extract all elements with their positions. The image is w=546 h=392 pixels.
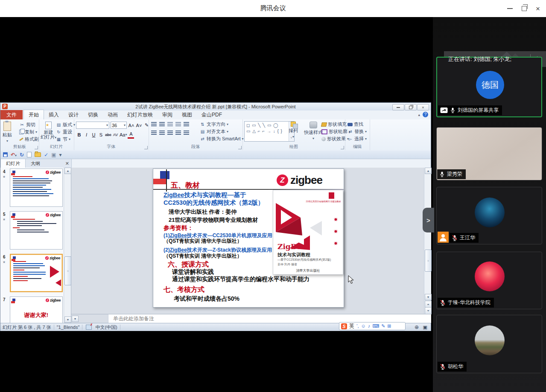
- ppt-restore-button[interactable]: [405, 104, 417, 110]
- thumbnail-slide-7[interactable]: 7 Zzigbee 谢谢大家!: [0, 296, 64, 323]
- video-tile-liangxiurong[interactable]: 梁秀荣: [436, 127, 542, 180]
- panel-scrollbar[interactable]: ▲ = ▼: [64, 168, 71, 323]
- next-slide-button[interactable]: ⏷: [425, 307, 432, 314]
- scroll-thumb[interactable]: =: [425, 250, 432, 272]
- panel-scroll-thumb[interactable]: =: [64, 256, 71, 285]
- layout-button[interactable]: ▤版式▾: [55, 121, 76, 128]
- decrease-indent-icon[interactable]: [167, 122, 173, 126]
- skin-icon[interactable]: ⊞: [387, 324, 391, 328]
- italic-button[interactable]: I: [83, 131, 90, 138]
- video-tile-husonghua[interactable]: 胡松华: [436, 315, 542, 373]
- bold-button[interactable]: B: [76, 131, 82, 138]
- restore-button[interactable]: [518, 3, 531, 14]
- tab-home[interactable]: 开始: [23, 110, 44, 119]
- panel-scroll-down[interactable]: ▼: [64, 317, 71, 323]
- numbering-icon[interactable]: [159, 122, 165, 126]
- increase-indent-icon[interactable]: [175, 122, 181, 126]
- align-right-icon[interactable]: [167, 131, 173, 135]
- panel-scroll-up[interactable]: ▲: [64, 168, 71, 174]
- character-spacing-button[interactable]: AV: [112, 131, 119, 138]
- tab-review[interactable]: 审阅: [158, 110, 177, 119]
- paragraph-dialog-launcher[interactable]: [238, 146, 242, 149]
- video-tile-wangjianghua[interactable]: 王江华: [436, 187, 542, 244]
- reset-button[interactable]: ↻重设: [55, 128, 76, 136]
- section-button[interactable]: ▦节▾: [55, 136, 76, 143]
- slide-canvas[interactable]: 五、教材 Z zigbee ZigBee技术与实训教程—基于 CC2530的无线…: [153, 168, 344, 308]
- bullets-icon[interactable]: [151, 122, 157, 126]
- change-case-button[interactable]: Aa▾: [120, 131, 127, 138]
- arrange-button[interactable]: 排列▾: [288, 121, 299, 139]
- zoom-in-button[interactable]: ⊕: [415, 324, 419, 330]
- slide-editing-area[interactable]: 五、教材 Z zigbee ZigBee技术与实训教程—基于 CC2530的无线…: [71, 168, 424, 314]
- collapse-ribbon-icon[interactable]: ▴: [418, 113, 420, 117]
- open-icon[interactable]: [35, 152, 41, 157]
- handwriting-icon[interactable]: ✎: [381, 324, 385, 328]
- grow-font-button[interactable]: A˄: [128, 122, 134, 129]
- tab-outline[interactable]: 大纲: [26, 159, 45, 168]
- sogou-logo-icon[interactable]: S: [341, 323, 347, 329]
- strikethrough-button[interactable]: abc: [105, 131, 111, 138]
- sidebar-collapse-handle[interactable]: >: [423, 208, 434, 232]
- align-center-icon[interactable]: [159, 131, 165, 135]
- find-button[interactable]: 查找: [347, 121, 368, 128]
- emoji-icon[interactable]: ☺: [361, 324, 366, 328]
- scroll-up-button[interactable]: ▲: [425, 168, 432, 174]
- soft-keyboard-icon[interactable]: ⌨: [372, 324, 379, 328]
- tab-file[interactable]: 文件: [0, 110, 23, 119]
- tab-wps-pdf[interactable]: 金山PDF: [197, 110, 227, 119]
- cut-button[interactable]: ✂剪切: [18, 121, 40, 128]
- punctuation-icon[interactable]: ’,: [356, 324, 359, 328]
- clipboard-dialog-launcher[interactable]: [35, 146, 38, 149]
- text-direction-button[interactable]: ⇅文字方向▾: [199, 121, 244, 128]
- font-size-combo[interactable]: 36▾: [111, 122, 127, 129]
- ppt-minimize-button[interactable]: [392, 104, 404, 110]
- scroll-down-button[interactable]: ▼: [425, 294, 432, 300]
- fit-to-window-button[interactable]: ▣: [423, 325, 427, 330]
- tab-design[interactable]: 设计: [64, 110, 83, 119]
- tab-insert[interactable]: 插入: [44, 110, 64, 119]
- slideshow-from-start-icon[interactable]: ▣: [51, 152, 56, 157]
- undo-icon[interactable]: ↶▾: [11, 152, 17, 157]
- tab-transitions[interactable]: 切换: [83, 110, 103, 119]
- notes-pane[interactable]: 单击此处添加备注: [108, 314, 431, 323]
- new-slide-button[interactable]: ★ 新建幻灯片▾: [40, 121, 57, 141]
- line-spacing-icon[interactable]: [184, 122, 189, 126]
- underline-button[interactable]: U: [91, 131, 97, 138]
- font-name-combo[interactable]: ▾: [76, 122, 109, 129]
- redo-icon[interactable]: ↻: [20, 152, 24, 157]
- justify-icon[interactable]: [175, 131, 181, 135]
- sogou-ime-bar[interactable]: S 英 ’, ☺ ♪ ⌨ ✎ ⊞: [339, 322, 406, 330]
- font-color-button[interactable]: A: [128, 131, 134, 139]
- save-icon[interactable]: [3, 152, 8, 157]
- align-text-button[interactable]: ▤对齐文本▾: [199, 128, 244, 135]
- tab-animations[interactable]: 动画: [103, 110, 123, 119]
- drawing-dialog-launcher[interactable]: [341, 146, 344, 149]
- tab-slides-thumbnails[interactable]: 幻灯片: [0, 159, 26, 168]
- tab-view[interactable]: 视图: [177, 110, 197, 119]
- shrink-font-button[interactable]: A˅: [136, 122, 142, 129]
- spell-pinyin-icon[interactable]: ✓: [44, 152, 48, 157]
- new-document-icon[interactable]: [27, 152, 32, 157]
- copy-button[interactable]: 复制▾: [18, 128, 40, 136]
- convert-smartart-button[interactable]: ⇄转换为 SmartArt▾: [199, 135, 244, 142]
- notes-collapse-button[interactable]: ▼: [72, 316, 79, 322]
- select-button[interactable]: ▻选择▾: [347, 135, 368, 142]
- font-dialog-launcher[interactable]: [144, 146, 148, 149]
- ppt-close-button[interactable]: ×: [417, 104, 429, 110]
- columns-icon[interactable]: [184, 131, 189, 135]
- language-indicator[interactable]: 中文(中国): [95, 324, 117, 331]
- editing-scrollbar[interactable]: ▲ = ▼ ⏶ ⏷: [424, 168, 431, 314]
- voice-input-icon[interactable]: ♪: [368, 324, 371, 328]
- paste-button[interactable]: 粘贴▾: [2, 121, 13, 144]
- thumbnail-slide-6-selected[interactable]: 6 ★ Zzigbee: [0, 254, 64, 294]
- video-tile-liudeguo-share[interactable]: 德国 刘德国的屏幕共享: [436, 57, 542, 117]
- shapes-gallery[interactable]: ◻ ▭ ╲ ╲ ▭ ◯ ▭ △ ⌐ ⌐ → ↓ { } ▴▾▿: [244, 121, 295, 142]
- close-button[interactable]: ×: [531, 3, 544, 14]
- help-icon[interactable]: ?: [423, 112, 428, 117]
- shadow-button[interactable]: S: [98, 131, 104, 138]
- thumbnail-slide-5[interactable]: 5 ★ Zzigbee: [0, 211, 64, 252]
- video-tile-yuzhen[interactable]: 于臻-华北科技学院: [436, 252, 542, 309]
- qat-customize-icon[interactable]: ▾: [59, 152, 62, 157]
- align-left-icon[interactable]: [151, 131, 157, 135]
- tab-slideshow[interactable]: 幻灯片放映: [123, 110, 158, 119]
